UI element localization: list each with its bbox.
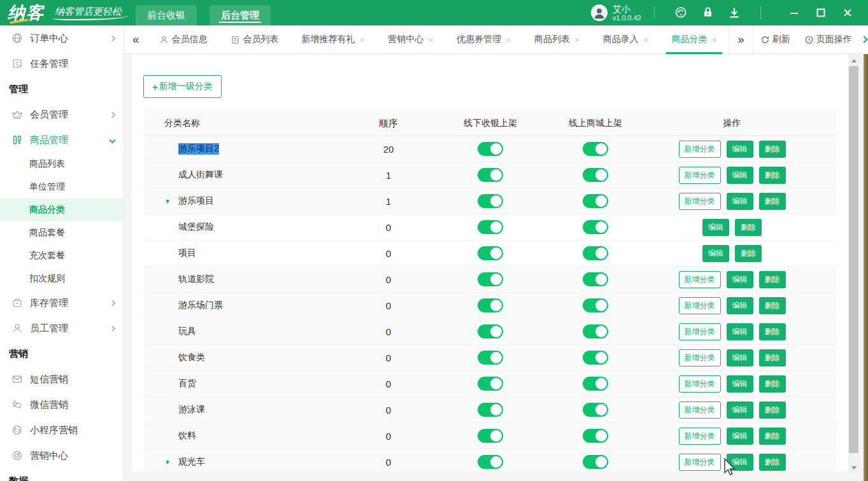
delete-button[interactable]: 删除 xyxy=(735,245,762,262)
page-ops-expand-icon[interactable] xyxy=(860,36,867,43)
edit-button[interactable]: 编辑 xyxy=(702,245,729,262)
delete-button[interactable]: 删除 xyxy=(759,193,786,210)
add-subcategory-button[interactable]: 新增分类 xyxy=(679,375,721,393)
minimize-button[interactable] xyxy=(788,6,800,19)
sidebar-item-staff-management[interactable]: 员工管理 xyxy=(0,316,124,341)
delete-button[interactable]: 删除 xyxy=(759,297,786,314)
add-subcategory-button[interactable]: 新增分类 xyxy=(679,167,721,184)
sidebar-item-sms-marketing[interactable]: 短信营销 xyxy=(0,366,124,392)
sidebar-item-wechat-marketing[interactable]: 微信营销 xyxy=(0,392,124,417)
close-tab-icon[interactable]: × xyxy=(574,34,580,45)
edit-button[interactable]: 编辑 xyxy=(727,401,753,419)
sidebar-subitem-goods-category[interactable]: 商品分类 xyxy=(0,199,124,221)
edit-button[interactable]: 编辑 xyxy=(702,219,729,236)
delete-button[interactable]: 删除 xyxy=(759,167,786,184)
offline-toggle[interactable] xyxy=(478,403,503,417)
online-toggle[interactable] xyxy=(583,351,608,365)
online-toggle[interactable] xyxy=(583,168,608,182)
offline-toggle[interactable] xyxy=(478,429,503,443)
sidebar-subitem-recharge-package[interactable]: 充次套餐 xyxy=(0,244,124,267)
tab-coupon-management[interactable]: 优惠券管理 × xyxy=(448,25,520,54)
offline-toggle[interactable] xyxy=(478,298,503,312)
online-toggle[interactable] xyxy=(583,298,608,312)
close-tab-icon[interactable]: × xyxy=(506,34,511,45)
delete-button[interactable]: 删除 xyxy=(759,454,786,471)
sidebar-item-order-center[interactable]: 订单中心 xyxy=(0,25,124,51)
close-tab-icon[interactable]: × xyxy=(360,34,366,45)
add-subcategory-button[interactable]: 新增分类 xyxy=(679,141,721,158)
offline-toggle[interactable] xyxy=(478,272,503,286)
add-subcategory-button[interactable]: 新增分类 xyxy=(679,428,721,445)
offline-toggle[interactable] xyxy=(478,168,503,182)
add-top-category-button[interactable]: +新增一级分类 xyxy=(143,75,222,98)
online-toggle[interactable] xyxy=(583,220,608,234)
offline-toggle[interactable] xyxy=(478,220,503,234)
sidebar-subitem-goods-package[interactable]: 商品套餐 xyxy=(0,221,124,244)
edit-button[interactable]: 编辑 xyxy=(727,141,753,158)
sidebar-item-member-management[interactable]: 会员管理 xyxy=(0,102,124,127)
refresh-button[interactable]: 刷新 xyxy=(760,34,790,45)
online-toggle[interactable] xyxy=(583,142,608,156)
tabs-scroll-left-icon[interactable]: « xyxy=(124,32,148,46)
add-subcategory-button[interactable]: 新增分类 xyxy=(679,193,721,210)
sidebar-subitem-deduction-rules[interactable]: 扣次规则 xyxy=(0,267,124,290)
delete-button[interactable]: 删除 xyxy=(759,375,786,393)
delete-button[interactable]: 删除 xyxy=(759,401,786,419)
offline-toggle[interactable] xyxy=(478,377,503,391)
lock-icon[interactable] xyxy=(701,6,714,19)
offline-toggle[interactable] xyxy=(478,194,503,208)
delete-button[interactable]: 删除 xyxy=(759,271,786,288)
expand-arrow-icon[interactable]: ▼ xyxy=(164,198,178,205)
customer-service-icon[interactable] xyxy=(674,6,687,19)
vertical-scrollbar[interactable] xyxy=(848,54,859,474)
add-subcategory-button[interactable]: 新增分类 xyxy=(679,271,721,288)
offline-toggle[interactable] xyxy=(478,455,503,469)
add-subcategory-button[interactable]: 新增分类 xyxy=(679,323,721,340)
scrollbar-thumb[interactable] xyxy=(849,66,858,453)
scroll-down-icon[interactable] xyxy=(848,463,859,473)
add-subcategory-button[interactable]: 新增分类 xyxy=(679,454,721,471)
tab-marketing-center[interactable]: 营销中心 × xyxy=(380,25,442,54)
online-toggle[interactable] xyxy=(583,194,608,208)
tab-goods-category[interactable]: 商品分类 × xyxy=(663,25,725,54)
edit-button[interactable]: 编辑 xyxy=(727,193,753,210)
edit-button[interactable]: 编辑 xyxy=(727,375,753,393)
tab-member-list[interactable]: 会员列表 xyxy=(222,25,287,54)
edit-button[interactable]: 编辑 xyxy=(727,323,753,340)
close-tab-icon[interactable]: × xyxy=(643,34,649,45)
delete-button[interactable]: 删除 xyxy=(759,323,786,340)
page-operations-button[interactable]: 页面操作 xyxy=(804,34,852,45)
sidebar-item-marketing-center[interactable]: 营销中心 xyxy=(0,443,124,468)
close-tab-icon[interactable]: × xyxy=(428,34,434,45)
sidebar-item-task-management[interactable]: 任务管理 xyxy=(0,51,124,76)
online-toggle[interactable] xyxy=(583,246,608,260)
download-icon[interactable] xyxy=(728,6,741,19)
nav-front-cashier[interactable]: 前台收银 xyxy=(136,5,197,25)
add-subcategory-button[interactable]: 新增分类 xyxy=(679,401,721,419)
online-toggle[interactable] xyxy=(583,455,608,469)
offline-toggle[interactable] xyxy=(478,324,503,338)
scroll-up-icon[interactable] xyxy=(848,55,859,66)
tab-new-referral-gift[interactable]: 新增推荐有礼 × xyxy=(294,25,374,54)
online-toggle[interactable] xyxy=(583,429,608,443)
delete-button[interactable]: 删除 xyxy=(759,141,786,158)
add-subcategory-button[interactable]: 新增分类 xyxy=(679,297,721,314)
offline-toggle[interactable] xyxy=(478,142,503,156)
tabs-scroll-right-icon[interactable]: » xyxy=(729,32,753,46)
online-toggle[interactable] xyxy=(583,377,608,391)
edit-button[interactable]: 编辑 xyxy=(727,167,753,184)
edit-button[interactable]: 编辑 xyxy=(727,271,753,288)
edit-button[interactable]: 编辑 xyxy=(727,297,753,314)
nav-backend-admin[interactable]: 后台管理 xyxy=(210,5,271,25)
sidebar-subitem-goods-list[interactable]: 商品列表 xyxy=(0,153,124,176)
offline-toggle[interactable] xyxy=(478,351,503,365)
sidebar-item-inventory-management[interactable]: 库存管理 xyxy=(0,290,124,316)
offline-toggle[interactable] xyxy=(478,246,503,260)
tab-goods-list[interactable]: 商品列表 × xyxy=(526,25,588,54)
delete-button[interactable]: 删除 xyxy=(759,428,786,445)
close-button[interactable] xyxy=(841,6,854,19)
online-toggle[interactable] xyxy=(583,324,608,338)
avatar[interactable] xyxy=(591,4,608,21)
expand-arrow-icon[interactable]: ▼ xyxy=(164,459,178,466)
online-toggle[interactable] xyxy=(583,403,608,417)
